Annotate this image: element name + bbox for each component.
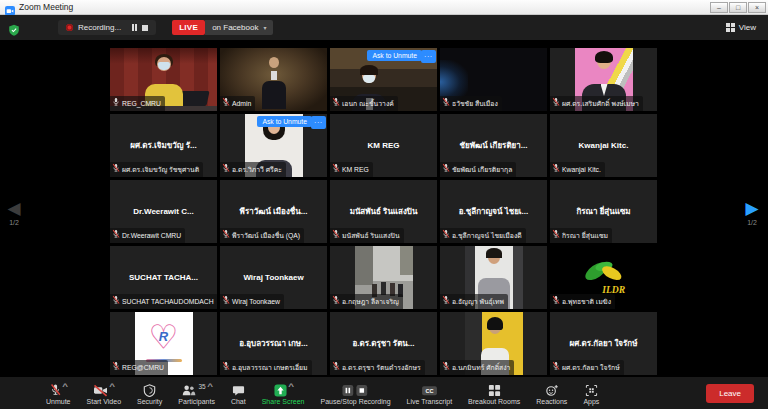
participant-tile[interactable]: REG_CMRU (110, 48, 217, 111)
participant-tile[interactable]: อ.ดร.ดรุชา รัตน...อ.ดร.ดรุชา รัตนดำรงอัก… (330, 312, 437, 375)
toolbar-start-video[interactable]: ^Start Video (79, 377, 130, 409)
participant-name-label: อ.ดร.วิภาวี ศรีคะ (220, 162, 286, 177)
toolbar-reactions[interactable]: Reactions (528, 377, 575, 409)
participant-tile[interactable]: Dr.Weerawit C...Dr.Weerawit CMRU (110, 180, 217, 243)
chevron-up-icon[interactable]: ^ (207, 383, 213, 390)
participant-tile[interactable]: Ask to Unmute...เอนก ณะชั้นวางค์ (330, 48, 437, 111)
page-indicator-right: 1/2 (741, 219, 763, 226)
participant-tile[interactable]: ชัยพัฒน์ เกียรติยา...ชัยพัฒน์ เกียรติยาก… (440, 114, 547, 177)
participant-name-label: ผศ.ดร.เสริมศักดิ์ พงษ์เมษา (550, 96, 643, 111)
participant-tile[interactable]: ผศ.ดร.เสริมศักดิ์ พงษ์เมษา (550, 48, 657, 111)
participant-name-label: REG_CMRU (110, 96, 165, 111)
next-page-control[interactable]: ▶ 1/2 (741, 200, 763, 226)
participant-name-label: อ.ดร.ดรุชา รัตนดำรงอักษร (330, 360, 425, 375)
participant-name-label: อ.ชุลีกาญจน์ ไชยเมืองดี (440, 228, 526, 243)
toolbar-share-screen[interactable]: ^Share Screen (254, 377, 313, 409)
mic-muted-icon (112, 361, 120, 374)
pause-recording-icon[interactable] (132, 24, 137, 31)
previous-page-control[interactable]: ◀ 1/2 (3, 200, 25, 226)
participant-tile[interactable]: ILDRอ.พุทธชาติ เมฆิง (550, 246, 657, 309)
toolbar-unmute[interactable]: ^Unmute (38, 377, 79, 409)
leave-button[interactable]: Leave (706, 384, 754, 403)
toolbar-breakout-rooms[interactable]: Breakout Rooms (460, 377, 528, 409)
tile-more-button[interactable]: ... (311, 116, 326, 129)
grid-view-icon (726, 23, 735, 32)
close-button[interactable]: × (748, 2, 766, 13)
mic-muted-icon (112, 163, 120, 176)
participant-tile[interactable]: ♡RREG@CMRU (110, 312, 217, 375)
participant-name-label: KM REG (330, 162, 373, 177)
window-controls: – □ × (709, 2, 766, 13)
participant-tile[interactable]: มนัสพันธ์ รินแสงปินมนัสพันธ์ รินแสงปิน (330, 180, 437, 243)
toolbar-live-transcript[interactable]: CCLive Transcript (399, 377, 461, 409)
toolbar-security[interactable]: Security (129, 377, 170, 409)
participant-tile[interactable]: อ.กฤษฎา ลีลาเจริญ (330, 246, 437, 309)
participant-tile[interactable]: ผศ.ดร.กัลยา ใจรักษ์ผศ.ดร.กัลยา ใจรักษ์ (550, 312, 657, 375)
mic-muted-icon (222, 229, 230, 242)
toolbar-chat[interactable]: Chat (223, 377, 254, 409)
participant-name-label: กิรณา ยี่สุ่นแซม (550, 228, 612, 243)
mic-muted-icon (552, 295, 560, 308)
recording-indicator: Recording... (58, 20, 156, 35)
zoom-app-icon (5, 2, 15, 12)
mic-muted-icon (222, 295, 230, 308)
chevron-left-icon[interactable]: ◀ (3, 200, 25, 218)
recording-label: Recording... (78, 23, 121, 32)
window-title: Zoom Meeting (19, 2, 73, 12)
mic-muted-icon (332, 361, 340, 374)
encryption-shield-icon[interactable] (8, 22, 20, 34)
ask-to-unmute-button[interactable]: Ask to Unmute (367, 50, 422, 61)
participant-tile[interactable]: Wiraj ToonkaewWiraj Toonkaew (220, 246, 327, 309)
participant-tile[interactable]: Kwanjai Kitc.Kwanjai Kitc. (550, 114, 657, 177)
mic-muted-icon (552, 97, 560, 110)
stop-recording-icon[interactable] (142, 25, 148, 31)
tile-more-button[interactable]: ... (421, 50, 436, 63)
participant-tile[interactable]: อ.นภมินทร์ ศักดิ์สง่า (440, 312, 547, 375)
participant-name-label: อ.กฤษฎา ลีลาเจริญ (330, 294, 403, 309)
view-button[interactable]: View (722, 21, 760, 34)
mic-muted-icon (112, 229, 120, 242)
chevron-right-icon[interactable]: ▶ (741, 200, 763, 218)
participant-tile[interactable]: ผศ.ดร.เจิมขวัญ รั...ผศ.ดร.เจิมขวัญ รัชชุ… (110, 114, 217, 177)
mic-muted-icon (222, 361, 230, 374)
minimize-button[interactable]: – (710, 2, 728, 13)
chevron-up-icon[interactable]: ^ (288, 383, 294, 390)
mic-muted-icon (552, 163, 560, 176)
chevron-up-icon[interactable]: ^ (109, 383, 115, 390)
mic-muted-icon (332, 97, 340, 110)
mic-muted-icon (552, 229, 560, 242)
participant-name-label: ผศ.ดร.เจิมขวัญ รัชชุศานติ (110, 162, 203, 177)
live-badge[interactable]: LIVE (172, 20, 205, 35)
participant-name-label: REG@CMRU (110, 360, 168, 375)
toolbar-pause-stop-recording[interactable]: Pause/Stop Recording (313, 377, 399, 409)
participant-tile[interactable]: ธวัชชัย สืบเมือง (440, 48, 547, 111)
maximize-button[interactable]: □ (729, 2, 747, 13)
caret-down-icon: ▾ (263, 24, 266, 31)
participant-tile[interactable]: KM REGKM REG (330, 114, 437, 177)
participant-tile[interactable]: พีราวัฒน์ เมืองชื่น...พีราวัฒน์ เมืองชื่… (220, 180, 327, 243)
participant-tile[interactable]: อ.ธัญญา พันธุ์เทพ (440, 246, 547, 309)
zoom-meeting-window: Zoom Meeting – □ × Recording... LIVE on … (0, 0, 768, 409)
participant-tile[interactable]: อ.ชุลีกาญจน์ ไชยเ...อ.ชุลีกาญจน์ ไชยเมือ… (440, 180, 547, 243)
participant-tile[interactable]: Admin (220, 48, 327, 111)
participant-tile[interactable]: อ.อุบลวรรณา เกษ...อ.อุบลวรรณา เกษตรเอี่ย… (220, 312, 327, 375)
participant-name-label: อ.พุทธชาติ เมฆิง (550, 294, 615, 309)
gallery: ◀ 1/2 REG_CMRUAdminAsk to Unmute...เอนก … (0, 40, 768, 377)
meeting-toolbar: ^Unmute^Start VideoSecurity35^Participan… (0, 377, 768, 409)
participants-grid: REG_CMRUAdminAsk to Unmute...เอนก ณะชั้น… (110, 48, 657, 375)
participant-name-label: อ.นภมินทร์ ศักดิ์สง่า (440, 360, 514, 375)
mic-muted-icon (222, 163, 230, 176)
view-label: View (739, 23, 756, 32)
mic-muted-icon (442, 229, 450, 242)
live-destination-dropdown[interactable]: on Facebook ▾ (205, 20, 273, 35)
participant-name-label: ผศ.ดร.กัลยา ใจรักษ์ (550, 360, 624, 375)
toolbar-apps[interactable]: Apps (575, 377, 607, 409)
participant-tile[interactable]: กิรณา ยี่สุ่นแซมกิรณา ยี่สุ่นแซม (550, 180, 657, 243)
participant-tile[interactable]: SUCHAT TACHA...SUCHAT TACHAUDOMDACH (110, 246, 217, 309)
chevron-up-icon[interactable]: ^ (62, 383, 68, 390)
toolbar-participants[interactable]: 35^Participants (170, 377, 223, 409)
participant-name-label: Wiraj Toonkaew (220, 294, 284, 309)
participant-tile[interactable]: Ask to Unmute...อ.ดร.วิภาวี ศรีคะ (220, 114, 327, 177)
mic-muted-icon (442, 163, 450, 176)
ask-to-unmute-button[interactable]: Ask to Unmute (257, 116, 312, 127)
